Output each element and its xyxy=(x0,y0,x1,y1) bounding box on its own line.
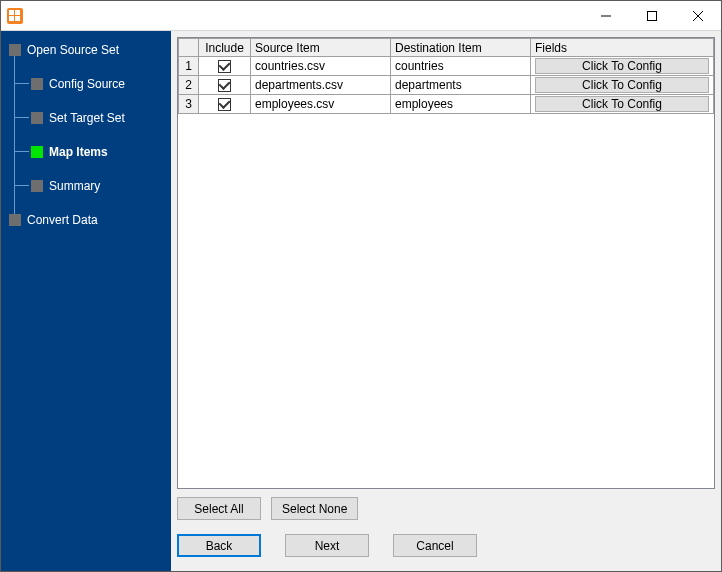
step-marker-icon xyxy=(31,112,43,124)
cancel-button[interactable]: Cancel xyxy=(393,534,477,557)
source-cell[interactable]: employees.csv xyxy=(251,95,391,114)
checkbox-checked-icon xyxy=(218,79,231,92)
col-header-source[interactable]: Source Item xyxy=(251,39,391,57)
table-row[interactable]: 1 countries.csv countries Click To Confi… xyxy=(179,57,714,76)
col-header-include[interactable]: Include xyxy=(199,39,251,57)
svg-rect-1 xyxy=(648,11,657,20)
sidebar-item-label: Set Target Set xyxy=(49,111,125,125)
close-button[interactable] xyxy=(675,1,721,30)
app-window: Open Source Set Config Source Set Target… xyxy=(0,0,722,572)
sidebar-item-label: Map Items xyxy=(49,145,108,159)
config-fields-button[interactable]: Click To Config xyxy=(535,96,709,112)
source-cell[interactable]: countries.csv xyxy=(251,57,391,76)
maximize-icon xyxy=(647,11,657,21)
dest-cell[interactable]: employees xyxy=(391,95,531,114)
include-cell[interactable] xyxy=(199,76,251,95)
items-grid: Include Source Item Destination Item Fie… xyxy=(178,38,714,114)
sidebar-item-label: Summary xyxy=(49,179,100,193)
select-row: Select All Select None xyxy=(171,493,721,524)
col-header-dest[interactable]: Destination Item xyxy=(391,39,531,57)
step-marker-icon xyxy=(31,78,43,90)
dest-cell[interactable]: departments xyxy=(391,76,531,95)
include-cell[interactable] xyxy=(199,95,251,114)
maximize-button[interactable] xyxy=(629,1,675,30)
sidebar-item-config-source[interactable]: Config Source xyxy=(31,73,171,95)
next-button[interactable]: Next xyxy=(285,534,369,557)
step-marker-icon xyxy=(31,180,43,192)
wizard-sidebar: Open Source Set Config Source Set Target… xyxy=(1,31,171,571)
row-number: 2 xyxy=(179,76,199,95)
config-fields-button[interactable]: Click To Config xyxy=(535,58,709,74)
grid-corner xyxy=(179,39,199,57)
table-row[interactable]: 3 employees.csv employees Click To Confi… xyxy=(179,95,714,114)
table-row[interactable]: 2 departments.csv departments Click To C… xyxy=(179,76,714,95)
config-fields-button[interactable]: Click To Config xyxy=(535,77,709,93)
sidebar-item-map-items[interactable]: Map Items xyxy=(31,141,171,163)
checkbox-checked-icon xyxy=(218,60,231,73)
minimize-button[interactable] xyxy=(583,1,629,30)
step-marker-icon xyxy=(31,146,43,158)
select-none-button[interactable]: Select None xyxy=(271,497,358,520)
sidebar-item-open-source-set[interactable]: Open Source Set xyxy=(9,39,171,61)
main-panel: Include Source Item Destination Item Fie… xyxy=(171,31,721,571)
step-marker-icon xyxy=(9,214,21,226)
items-grid-wrap: Include Source Item Destination Item Fie… xyxy=(177,37,715,489)
app-icon xyxy=(7,8,23,24)
step-marker-icon xyxy=(9,44,21,56)
row-number: 1 xyxy=(179,57,199,76)
sidebar-item-label: Config Source xyxy=(49,77,125,91)
checkbox-checked-icon xyxy=(218,98,231,111)
nav-row: Back Next Cancel xyxy=(171,524,721,571)
back-button[interactable]: Back xyxy=(177,534,261,557)
row-number: 3 xyxy=(179,95,199,114)
sidebar-item-set-target-set[interactable]: Set Target Set xyxy=(31,107,171,129)
select-all-button[interactable]: Select All xyxy=(177,497,261,520)
sidebar-item-summary[interactable]: Summary xyxy=(31,175,171,197)
close-icon xyxy=(693,11,703,21)
sidebar-item-label: Open Source Set xyxy=(27,43,119,57)
minimize-icon xyxy=(601,11,611,21)
source-cell[interactable]: departments.csv xyxy=(251,76,391,95)
sidebar-item-convert-data[interactable]: Convert Data xyxy=(9,209,171,231)
sidebar-item-label: Convert Data xyxy=(27,213,98,227)
include-cell[interactable] xyxy=(199,57,251,76)
titlebar xyxy=(1,1,721,31)
dest-cell[interactable]: countries xyxy=(391,57,531,76)
col-header-fields[interactable]: Fields xyxy=(531,39,714,57)
